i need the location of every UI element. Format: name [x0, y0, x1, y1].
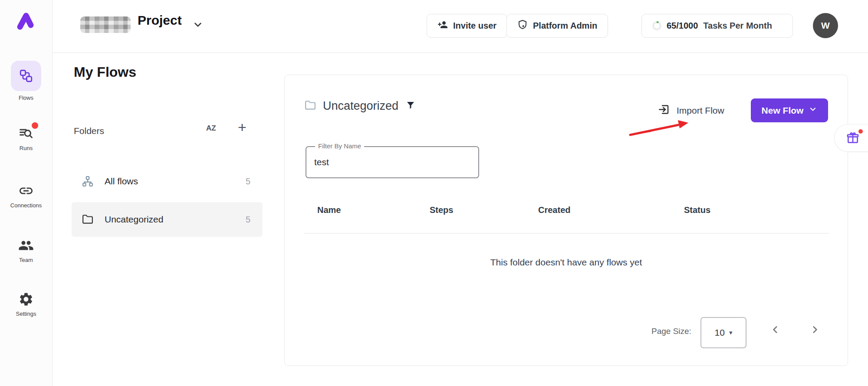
previous-page-button[interactable] [770, 324, 781, 335]
page-size-label: Page Size: [651, 327, 691, 336]
column-header-name: Name [317, 205, 341, 215]
platform-admin-label: Platform Admin [533, 21, 597, 31]
folder-icon [82, 214, 93, 225]
gift-icon [846, 131, 860, 145]
runs-notification-badge [32, 122, 38, 129]
sidebar-item-flows[interactable]: Flows [0, 61, 52, 101]
tasks-usage-label: Tasks Per Month [703, 21, 772, 31]
import-icon [658, 104, 670, 117]
page-title: My Flows [74, 64, 136, 80]
project-chevron-down-icon[interactable] [192, 19, 204, 32]
sidebar-label-connections: Connections [10, 202, 42, 209]
tasks-usage-widget[interactable]: 65/1000 Tasks Per Month [641, 14, 793, 38]
folder-name: Uncategorized [105, 214, 163, 225]
folder-count: 5 [246, 177, 250, 186]
filter-by-name-input[interactable] [314, 149, 470, 176]
flows-active-tile [11, 61, 41, 91]
user-avatar[interactable]: W [813, 13, 838, 38]
import-flow-button[interactable]: Import Flow [658, 104, 724, 117]
column-header-status: Status [684, 205, 710, 215]
team-icon [18, 238, 34, 253]
invite-user-button[interactable]: Invite user [427, 14, 507, 38]
tasks-progress-donut-icon [652, 21, 661, 30]
sidebar-label-flows: Flows [19, 95, 33, 101]
page-size-value: 10 [715, 327, 725, 338]
gift-notification-badge [858, 129, 863, 134]
avatar-initial: W [821, 20, 830, 31]
dropdown-arrow-icon: ▾ [729, 329, 733, 337]
top-header: Project Invite user Platform Admin 65/10… [53, 0, 868, 53]
person-add-icon [437, 20, 448, 32]
folder-item-all-flows[interactable]: All flows 5 [72, 164, 263, 199]
panel-header: Uncategorized [305, 99, 416, 113]
flows-icon [19, 69, 33, 83]
project-name-redacted [80, 16, 131, 33]
folders-header: Folders AZ + [74, 122, 265, 140]
runs-icon [18, 126, 34, 141]
column-header-steps: Steps [430, 205, 453, 215]
connections-icon [18, 183, 34, 199]
project-selector-label[interactable]: Project [138, 13, 182, 28]
panel-folder-title: Uncategorized [323, 99, 398, 113]
sidebar-label-settings: Settings [16, 311, 36, 317]
whats-new-gift-tab[interactable] [834, 124, 868, 152]
sidebar-item-settings[interactable]: Settings [0, 291, 52, 317]
invite-user-label: Invite user [453, 21, 496, 31]
sidebar-item-team[interactable]: Team [0, 238, 52, 263]
import-flow-label: Import Flow [677, 105, 724, 116]
pagination-bar: Page Size: 10 ▾ [285, 316, 829, 351]
flows-panel: Uncategorized Import Flow New Flow Filte… [284, 75, 848, 366]
filter-by-name-field: Filter By Name [306, 146, 479, 178]
hierarchy-icon [82, 176, 93, 187]
folder-item-uncategorized[interactable]: Uncategorized 5 [72, 202, 263, 237]
platform-admin-button[interactable]: Platform Admin [506, 14, 608, 38]
table-divider [304, 233, 829, 234]
column-header-created: Created [538, 205, 570, 215]
next-page-button[interactable] [809, 324, 820, 335]
activepieces-logo-icon[interactable] [13, 10, 37, 34]
sidebar-label-runs: Runs [20, 145, 33, 151]
tasks-usage-value: 65/1000 [667, 21, 698, 31]
empty-state-message: This folder doesn't have any flows yet [285, 257, 848, 268]
new-flow-button[interactable]: New Flow [751, 98, 828, 122]
folders-heading: Folders [74, 126, 104, 136]
shield-icon [517, 20, 528, 32]
app-window: Flows Runs Connections [0, 0, 868, 386]
folder-count: 5 [246, 215, 250, 225]
new-flow-label: New Flow [762, 105, 804, 116]
sidebar-label-team: Team [19, 257, 33, 263]
settings-gear-icon [18, 291, 34, 307]
new-flow-chevron-down-icon [809, 105, 817, 116]
filter-funnel-icon[interactable] [405, 100, 416, 112]
add-folder-button[interactable]: + [238, 120, 247, 134]
folder-name: All flows [105, 176, 138, 186]
sort-alphabetical-icon[interactable]: AZ [206, 124, 216, 133]
sidebar-item-runs[interactable]: Runs [0, 126, 52, 151]
folder-outline-icon [305, 100, 316, 113]
sidebar-item-connections[interactable]: Connections [0, 183, 52, 209]
page-size-select[interactable]: 10 ▾ [700, 317, 746, 348]
sidebar: Flows Runs Connections [0, 0, 53, 386]
